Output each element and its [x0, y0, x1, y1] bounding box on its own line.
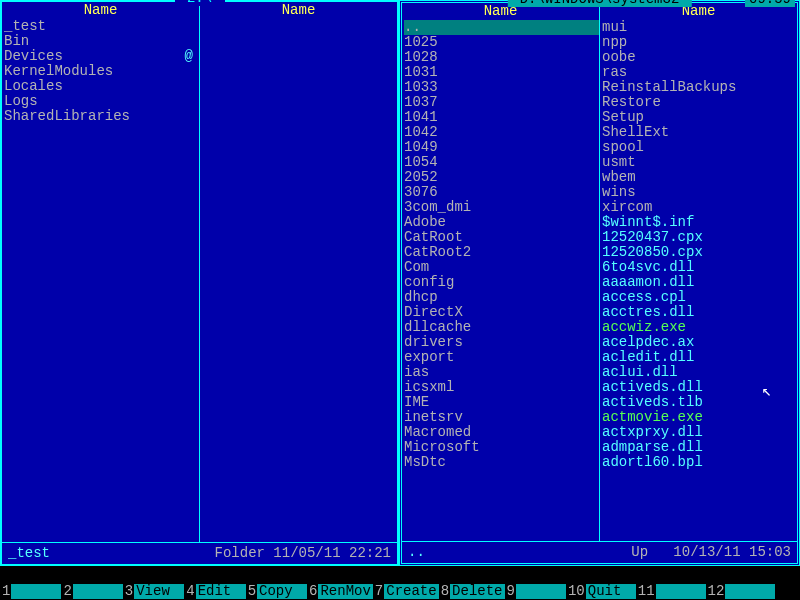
column-header: Name	[200, 2, 397, 19]
list-item[interactable]: DirectX	[404, 305, 599, 320]
list-item[interactable]: ReinstallBackups	[602, 80, 797, 95]
list-item[interactable]: acctres.dll	[602, 305, 797, 320]
fkey-number: 7	[373, 584, 384, 599]
list-item[interactable]: config	[404, 275, 599, 290]
list-item[interactable]: Setup	[602, 110, 797, 125]
list-item[interactable]: 1028	[404, 50, 599, 65]
fkey-1[interactable]: 1	[0, 584, 61, 599]
list-item[interactable]: ..	[404, 20, 599, 35]
fkey-9[interactable]: 9	[505, 584, 566, 599]
status-name: ..	[408, 545, 425, 560]
list-item[interactable]: 3com_dmi	[404, 200, 599, 215]
command-line[interactable]	[0, 566, 800, 582]
list-item[interactable]: 1037	[404, 95, 599, 110]
list-item[interactable]: wbem	[602, 170, 797, 185]
list-item[interactable]: dhcp	[404, 290, 599, 305]
list-item[interactable]: CatRoot	[404, 230, 599, 245]
list-item[interactable]: activeds.dll	[602, 380, 797, 395]
list-item[interactable]: 12520850.cpx	[602, 245, 797, 260]
fkey-label: RenMov	[318, 584, 372, 599]
list-item[interactable]: 12520437.cpx	[602, 230, 797, 245]
list-item[interactable]: 1041	[404, 110, 599, 125]
list-item[interactable]: mui	[602, 20, 797, 35]
list-item[interactable]: drivers	[404, 335, 599, 350]
fkey-number: 11	[636, 584, 656, 599]
fkey-number: 8	[439, 584, 450, 599]
list-item[interactable]: ias	[404, 365, 599, 380]
list-item[interactable]: admparse.dll	[602, 440, 797, 455]
right-panel-title: D:\WINDOWS\system32	[507, 0, 691, 7]
list-item[interactable]: Adobe	[404, 215, 599, 230]
fkey-label	[516, 584, 566, 599]
list-item[interactable]: 2052	[404, 170, 599, 185]
list-item[interactable]: oobe	[602, 50, 797, 65]
status-name: _test	[8, 546, 50, 561]
list-item[interactable]: actxprxy.dll	[602, 425, 797, 440]
list-item[interactable]: _test	[4, 19, 199, 34]
list-item[interactable]: 1031	[404, 65, 599, 80]
file-list[interactable]: muinppooberasReinstallBackupsRestoreSetu…	[600, 20, 797, 541]
list-item[interactable]: IME	[404, 395, 599, 410]
list-item[interactable]: export	[404, 350, 599, 365]
list-item[interactable]: usmt	[602, 155, 797, 170]
left-columns: Name _testBinDevices@KernelModulesLocale…	[2, 2, 397, 542]
list-item[interactable]: Bin	[4, 34, 199, 49]
list-item[interactable]: inetsrv	[404, 410, 599, 425]
right-panel[interactable]: D:\WINDOWS\system32 09:59 Name ..1025102…	[399, 0, 800, 566]
list-item[interactable]: actmovie.exe	[602, 410, 797, 425]
list-item[interactable]: wins	[602, 185, 797, 200]
list-item[interactable]: npp	[602, 35, 797, 50]
status-time: 15:03	[749, 545, 791, 560]
list-item[interactable]: acledit.dll	[602, 350, 797, 365]
list-item[interactable]: activeds.tlb	[602, 395, 797, 410]
list-item[interactable]: acelpdec.ax	[602, 335, 797, 350]
list-item[interactable]: ShellExt	[602, 125, 797, 140]
file-list[interactable]	[200, 19, 397, 542]
fkey-4[interactable]: 4Edit	[184, 584, 245, 599]
list-item[interactable]: $winnt$.inf	[602, 215, 797, 230]
list-item[interactable]: 1033	[404, 80, 599, 95]
list-item[interactable]: Locales	[4, 79, 199, 94]
list-item[interactable]: Com	[404, 260, 599, 275]
list-item[interactable]: 6to4svc.dll	[602, 260, 797, 275]
list-item[interactable]: Logs	[4, 94, 199, 109]
left-col-1: Name _testBinDevices@KernelModulesLocale…	[2, 2, 200, 542]
list-item[interactable]: MsDtc	[404, 455, 599, 470]
list-item[interactable]: 1025	[404, 35, 599, 50]
list-item[interactable]: 1042	[404, 125, 599, 140]
list-item[interactable]: CatRoot2	[404, 245, 599, 260]
list-item[interactable]: Microsoft	[404, 440, 599, 455]
status-date: 10/13/11	[673, 545, 740, 560]
list-item[interactable]: Devices@	[4, 49, 199, 64]
file-list[interactable]: _testBinDevices@KernelModulesLocalesLogs…	[2, 19, 199, 542]
list-item[interactable]: 1054	[404, 155, 599, 170]
fkey-5[interactable]: 5Copy	[246, 584, 307, 599]
fkey-10[interactable]: 10Quit	[566, 584, 636, 599]
list-item[interactable]: aaaamon.dll	[602, 275, 797, 290]
fkey-8[interactable]: 8Delete	[439, 584, 505, 599]
list-item[interactable]: access.cpl	[602, 290, 797, 305]
list-item[interactable]: icsxml	[404, 380, 599, 395]
list-item[interactable]: spool	[602, 140, 797, 155]
list-item[interactable]: SharedLibraries	[4, 109, 199, 124]
file-list[interactable]: ..10251028103110331037104110421049105420…	[402, 20, 599, 541]
list-item[interactable]: adortl60.bpl	[602, 455, 797, 470]
fkey-2[interactable]: 2	[61, 584, 122, 599]
list-item[interactable]: 3076	[404, 185, 599, 200]
fkey-6[interactable]: 6RenMov	[307, 584, 373, 599]
fkey-3[interactable]: 3View	[123, 584, 184, 599]
list-item[interactable]: aclui.dll	[602, 365, 797, 380]
left-panel[interactable]: 2:\ Name _testBinDevices@KernelModulesLo…	[0, 0, 399, 566]
list-item[interactable]: KernelModules	[4, 64, 199, 79]
fkey-7[interactable]: 7Create	[373, 584, 439, 599]
fkey-12[interactable]: 12	[706, 584, 776, 599]
list-item[interactable]: Restore	[602, 95, 797, 110]
list-item[interactable]: dllcache	[404, 320, 599, 335]
list-item[interactable]: Macromed	[404, 425, 599, 440]
list-item[interactable]: ras	[602, 65, 797, 80]
fkey-11[interactable]: 11	[636, 584, 706, 599]
list-item[interactable]: xircom	[602, 200, 797, 215]
list-item[interactable]: accwiz.exe	[602, 320, 797, 335]
list-item[interactable]: 1049	[404, 140, 599, 155]
fkey-number: 4	[184, 584, 195, 599]
